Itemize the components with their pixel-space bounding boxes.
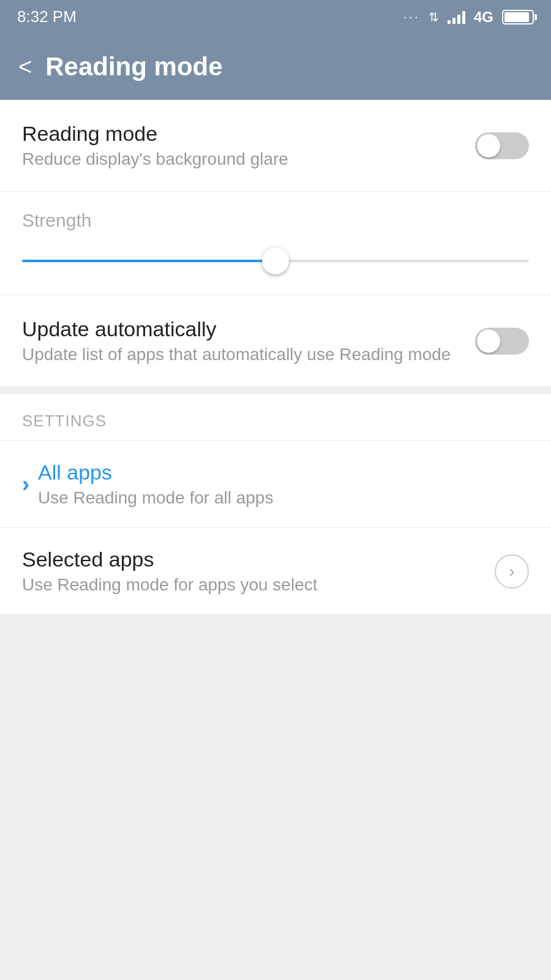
strength-section: Strength (0, 192, 551, 295)
strength-slider-container (22, 246, 529, 276)
update-auto-subtitle: Update list of apps that automatically u… (22, 345, 475, 364)
all-apps-chevron-left-icon: › (22, 472, 29, 497)
bottom-fill (0, 615, 551, 921)
selected-apps-row[interactable]: Selected apps Use Reading mode for apps … (0, 528, 551, 615)
data-arrows-icon: ⇅ (429, 10, 439, 24)
update-auto-row: Update automatically Update list of apps… (0, 295, 551, 387)
battery-icon (502, 10, 534, 24)
all-apps-row[interactable]: › All apps Use Reading mode for all apps (0, 441, 551, 528)
selected-apps-chevron-right-icon: › (495, 554, 529, 589)
page-header: < Reading mode (0, 34, 551, 100)
update-auto-title: Update automatically (22, 317, 475, 341)
settings-group: SETTINGS › All apps Use Reading mode for… (0, 394, 551, 615)
reading-mode-subtitle: Reduce display's background glare (22, 149, 475, 169)
status-bar: 8:32 PM ··· ⇅ 4G (0, 0, 551, 34)
slider-fill (22, 260, 276, 262)
selected-apps-title: Selected apps (22, 548, 495, 571)
network-type: 4G (474, 9, 493, 26)
toggle-knob (477, 134, 500, 157)
slider-track (22, 260, 529, 262)
all-apps-content: All apps Use Reading mode for all apps (38, 461, 529, 508)
settings-group-label: SETTINGS (0, 394, 551, 441)
update-auto-text: Update automatically Update list of apps… (22, 317, 475, 364)
back-button[interactable]: < (18, 55, 32, 78)
update-auto-toggle-knob (477, 330, 500, 353)
selected-apps-subtitle: Use Reading mode for apps you select (22, 575, 495, 595)
update-auto-toggle[interactable] (475, 328, 529, 355)
signal-strength-icon (448, 10, 465, 24)
all-apps-subtitle: Use Reading mode for all apps (38, 488, 529, 508)
battery-fill (504, 12, 529, 22)
slider-thumb[interactable] (262, 247, 289, 274)
status-time: 8:32 PM (17, 7, 77, 26)
all-apps-title: All apps (38, 461, 529, 484)
status-icons: ··· ⇅ 4G (403, 9, 534, 26)
reading-mode-toggle[interactable] (475, 132, 529, 159)
page-title: Reading mode (45, 52, 222, 81)
reading-mode-section: Reading mode Reduce display's background… (0, 100, 551, 387)
reading-mode-title: Reading mode (22, 122, 475, 146)
strength-label: Strength (22, 210, 529, 231)
reading-mode-row: Reading mode Reduce display's background… (0, 100, 551, 192)
reading-mode-text: Reading mode Reduce display's background… (22, 122, 475, 169)
selected-apps-content: Selected apps Use Reading mode for apps … (22, 548, 495, 595)
section-divider (0, 387, 551, 394)
notification-dots: ··· (403, 9, 420, 25)
